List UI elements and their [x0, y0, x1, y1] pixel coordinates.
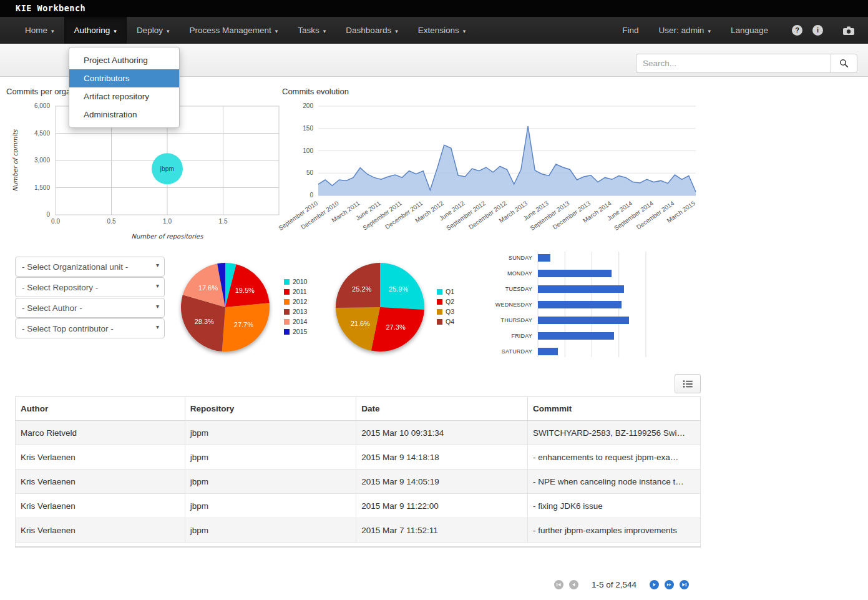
svg-text:25.2%: 25.2% — [352, 285, 371, 293]
table-row[interactable]: Kris Verlaenenjbpm2015 Mar 9 11:22:00- f… — [16, 494, 701, 518]
svg-text:0: 0 — [46, 211, 50, 218]
search-input[interactable] — [636, 54, 831, 73]
bar-saturday[interactable] — [538, 348, 558, 355]
legend-label: Q2 — [446, 298, 454, 305]
svg-text:Number of repositories: Number of repositories — [132, 233, 204, 240]
nav-menu: Home▾Authoring▾Deploy▾Process Management… — [0, 17, 475, 44]
column-header-date[interactable]: Date — [356, 397, 528, 421]
nav-right: FindUser: admin▾Language ?i — [612, 17, 868, 44]
search-bar — [636, 54, 857, 73]
legend-label: 2014 — [293, 318, 307, 325]
last-page-button[interactable] — [680, 580, 689, 589]
bubble-jbpm[interactable]: jbpm — [152, 153, 183, 184]
info-icon[interactable]: i — [812, 25, 823, 36]
table-cell: 2015 Mar 10 09:31:34 — [356, 421, 528, 445]
table-cell: - fixing JDK6 issue — [528, 494, 701, 518]
fast-forward-button[interactable] — [665, 580, 674, 589]
svg-text:50: 50 — [306, 169, 314, 176]
help-icon[interactable]: ? — [792, 25, 802, 36]
legend-label: 2010 — [293, 278, 307, 285]
bar-tuesday[interactable] — [538, 285, 624, 293]
nav-item-authoring[interactable]: Authoring▾ — [64, 17, 127, 44]
chevron-down-icon: ▾ — [463, 28, 466, 34]
area-series[interactable] — [318, 126, 696, 195]
bar-wednesday[interactable] — [538, 301, 622, 308]
table-cell: Marco Rietveld — [16, 421, 185, 445]
nav-item-user-admin[interactable]: User: admin▾ — [649, 26, 721, 35]
pie-slice-q2[interactable]: 27.3% — [371, 307, 424, 352]
nav-item-deploy[interactable]: Deploy▾ — [127, 17, 180, 44]
table-row[interactable]: Kris Verlaenenjbpm2015 Mar 9 14:18:18- e… — [16, 445, 701, 470]
legend-item-2011: 2011 — [284, 288, 307, 295]
prev-page-button[interactable] — [569, 580, 578, 589]
pie-slice-q4[interactable]: 25.2% — [336, 263, 380, 308]
search-button[interactable] — [831, 54, 857, 73]
legend-swatch — [437, 299, 442, 305]
commits-per-quarter-pie: 25.9%27.3%21.6%25.2% — [334, 262, 426, 353]
menu-item-project-authoring[interactable]: Project Authoring — [69, 51, 179, 69]
legend-swatch — [284, 309, 290, 315]
svg-text:1.5: 1.5 — [219, 218, 228, 225]
svg-text:6,000: 6,000 — [34, 102, 50, 109]
svg-text:WEDNESDAY: WEDNESDAY — [495, 302, 532, 308]
nav-item-extensions[interactable]: Extensions▾ — [408, 17, 476, 44]
svg-text:0.5: 0.5 — [107, 218, 116, 225]
legend-item-2012: 2012 — [284, 298, 307, 305]
legend-swatch — [284, 289, 290, 295]
svg-text:150: 150 — [303, 125, 313, 132]
table-cell: 2015 Mar 7 11:52:11 — [356, 518, 528, 543]
nav-item-home[interactable]: Home▾ — [15, 17, 64, 44]
svg-text:21.6%: 21.6% — [351, 320, 370, 327]
chevron-down-icon: ▾ — [323, 28, 326, 34]
svg-text:MONDAY: MONDAY — [507, 270, 532, 277]
nav-item-tasks[interactable]: Tasks▾ — [288, 17, 336, 44]
menu-item-contributors[interactable]: Contributors — [69, 69, 179, 87]
commits-evolution-title: Commits evolution — [282, 87, 349, 96]
filter-select-2[interactable]: - Select Author - — [15, 298, 165, 318]
filter-select-0[interactable]: - Select Organizational unit - — [15, 257, 165, 277]
pie-slice-q1[interactable]: 25.9% — [380, 263, 424, 310]
table-row[interactable]: Kris Verlaenenjbpm2015 Mar 9 14:05:19- N… — [16, 470, 701, 494]
first-page-button[interactable] — [554, 580, 563, 589]
filter-select-repository: - Select Repository -▾ — [15, 277, 165, 297]
svg-text:SATURDAY: SATURDAY — [502, 348, 532, 355]
svg-text:1.0: 1.0 — [163, 218, 172, 225]
screenshot-icon[interactable] — [833, 26, 854, 35]
menu-item-artifact-repository[interactable]: Artifact repository — [69, 87, 179, 106]
main-navbar: Home▾Authoring▾Deploy▾Process Management… — [0, 17, 868, 44]
list-view-button[interactable] — [675, 374, 701, 393]
nav-right-items: FindUser: admin▾Language — [612, 26, 778, 35]
bar-sunday[interactable] — [538, 254, 550, 262]
bar-monday[interactable] — [538, 270, 612, 277]
table-cell: jbpm — [185, 421, 356, 445]
bar-thursday[interactable] — [538, 317, 629, 324]
table-cell: - further jbpm-examples improvements — [528, 518, 701, 543]
legend-label: 2011 — [293, 288, 307, 295]
pagination-label: 1-5 of 2,544 — [592, 580, 636, 589]
bar-friday[interactable] — [538, 332, 614, 340]
column-header-commmit[interactable]: Commmit — [528, 397, 701, 421]
legend-label: Q1 — [446, 288, 454, 295]
nav-item-language[interactable]: Language — [721, 26, 778, 35]
nav-item-dashboards[interactable]: Dashboards▾ — [336, 17, 407, 44]
svg-text:200: 200 — [303, 102, 313, 109]
column-header-repository[interactable]: Repository — [185, 397, 356, 421]
table-row[interactable]: Marco Rietveldjbpm2015 Mar 10 09:31:34SW… — [16, 421, 701, 445]
filter-select-3[interactable]: - Select Top contributor - — [15, 318, 165, 338]
table-cell: Kris Verlaenen — [16, 494, 185, 518]
svg-text:17.6%: 17.6% — [198, 284, 218, 292]
column-header-author[interactable]: Author — [16, 397, 185, 421]
nav-item-label: Extensions — [418, 26, 459, 35]
filter-select-1[interactable]: - Select Repository - — [15, 277, 165, 297]
table-row[interactable]: Kris Verlaenenjbpm2015 Mar 7 11:52:11- f… — [16, 518, 701, 543]
pie-slice-2012[interactable]: 27.7% — [222, 303, 270, 352]
nav-item-label: Process Management — [189, 26, 271, 35]
nav-icons: ?i — [782, 25, 854, 36]
menu-item-administration[interactable]: Administration — [69, 106, 179, 124]
table-cell: jbpm — [185, 518, 356, 543]
svg-text:jbpm: jbpm — [160, 165, 175, 172]
svg-text:1,500: 1,500 — [34, 184, 50, 191]
nav-item-find[interactable]: Find — [612, 26, 648, 35]
nav-item-process-management[interactable]: Process Management▾ — [179, 17, 288, 44]
next-page-button[interactable] — [650, 580, 659, 589]
